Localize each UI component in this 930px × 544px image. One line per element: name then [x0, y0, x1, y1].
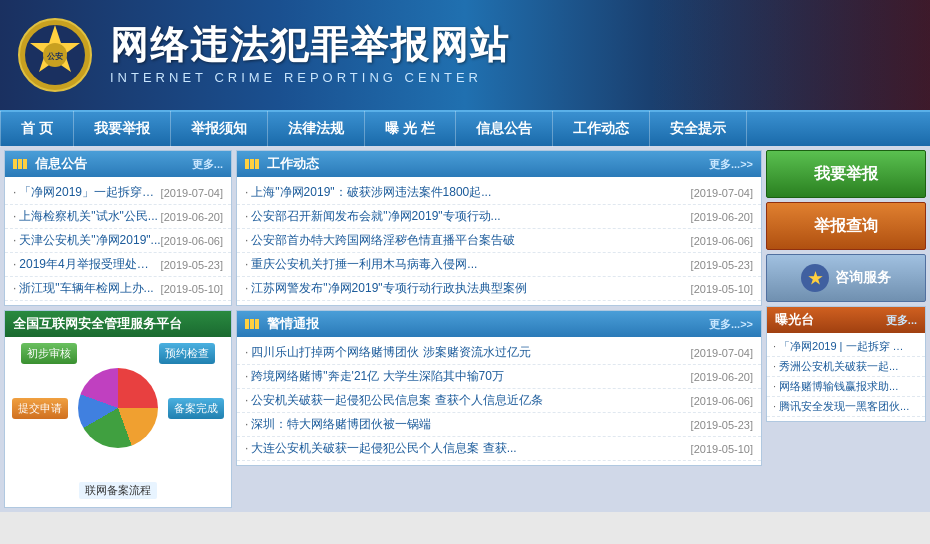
- news-title: 公安部首办特大跨国网络淫秽色情直播平台案告破: [245, 232, 515, 249]
- nav-expose[interactable]: 曝 光 栏: [365, 111, 456, 147]
- news-date: [2019-06-20]: [161, 211, 223, 223]
- news-date: [2019-07-04]: [691, 347, 753, 359]
- news-title: 上海检察机关"试水"公民...: [13, 208, 158, 225]
- news-date: [2019-06-06]: [691, 395, 753, 407]
- list-item[interactable]: 秀洲公安机关破获一起...: [767, 357, 925, 377]
- header: 公安 网络违法犯罪举报网站 INTERNET CRIME REPORTING C…: [0, 0, 930, 110]
- list-item[interactable]: 天津公安机关"净网2019"... [2019-06-06]: [5, 229, 231, 253]
- guangtai-panel: 曝光台 更多... 「净网2019 | 一起拆穿 网 ... 秀洲公安机关破获一…: [766, 306, 926, 422]
- list-item[interactable]: 「净网2019」一起拆穿网络... [2019-07-04]: [5, 181, 231, 205]
- news-title: 江苏网警发布"净网2019"专项行动行政执法典型案例: [245, 280, 527, 297]
- police-panel-body: 四川乐山打掉两个网络赌博团伙 涉案赌资流水过亿元 [2019-07-04] 跨境…: [237, 337, 761, 465]
- list-item[interactable]: 公安部首办特大跨国网络淫秽色情直播平台案告破 [2019-06-06]: [237, 229, 761, 253]
- work-panel-more[interactable]: 更多...>>: [709, 157, 753, 172]
- work-panel-header: 工作动态 更多...>>: [237, 151, 761, 177]
- svg-text:公安: 公安: [46, 51, 63, 61]
- work-panel: 工作动态 更多...>> 上海"净网2019"：破获涉网违法案件1800起...…: [236, 150, 762, 306]
- middle-column: 工作动态 更多...>> 上海"净网2019"：破获涉网违法案件1800起...…: [236, 150, 762, 508]
- work-panel-body: 上海"净网2019"：破获涉网违法案件1800起... [2019-07-04]…: [237, 177, 761, 305]
- news-date: [2019-06-20]: [691, 211, 753, 223]
- nav-guide[interactable]: 举报须知: [171, 111, 268, 147]
- police-panel-more[interactable]: 更多...>>: [709, 317, 753, 332]
- nav-report[interactable]: 我要举报: [74, 111, 171, 147]
- guangtai-more[interactable]: 更多...: [886, 313, 917, 328]
- news-title: 秀洲公安机关破获一起...: [773, 359, 898, 374]
- police-badge-icon: 公安: [15, 15, 95, 95]
- submit-btn[interactable]: 提交申请: [12, 398, 68, 419]
- nav-law[interactable]: 法律法规: [268, 111, 365, 147]
- news-title: 大连公安机关破获一起侵犯公民个人信息案 查获...: [245, 440, 517, 457]
- guangtai-body: 「净网2019 | 一起拆穿 网 ... 秀洲公安机关破获一起... 网络赌博输…: [767, 333, 925, 421]
- flow-chart-container: 提交申请 备案完成: [11, 368, 225, 448]
- nav-home[interactable]: 首 页: [0, 111, 74, 147]
- initial-review-btn[interactable]: 初步审核: [21, 343, 77, 364]
- news-date: [2019-05-10]: [691, 283, 753, 295]
- list-item[interactable]: 四川乐山打掉两个网络赌博团伙 涉案赌资流水过亿元 [2019-07-04]: [237, 341, 761, 365]
- consult-button-inner: ★ 咨询服务: [801, 264, 891, 292]
- list-item[interactable]: 网络赌博输钱赢报求助...: [767, 377, 925, 397]
- news-date: [2019-05-23]: [691, 259, 753, 271]
- police-panel-header: 警情通报 更多...>>: [237, 311, 761, 337]
- info-panel-more[interactable]: 更多...: [192, 157, 223, 172]
- list-item[interactable]: 「净网2019 | 一起拆穿 网 ...: [767, 337, 925, 357]
- police-panel-title: 警情通报: [267, 315, 319, 333]
- nav-safety[interactable]: 安全提示: [650, 111, 747, 147]
- news-title: 天津公安机关"净网2019"...: [13, 232, 161, 249]
- right-column: 我要举报 举报查询 ★ 咨询服务 曝光台 更多... 「净网2019 | 一起拆…: [766, 150, 926, 508]
- nav-work[interactable]: 工作动态: [553, 111, 650, 147]
- flowchart-top: 初步审核 预约检查: [11, 343, 225, 364]
- news-date: [2019-05-10]: [161, 283, 223, 295]
- news-title: 公安机关破获一起侵犯公民信息案 查获个人信息近亿条: [245, 392, 543, 409]
- news-title: 网络赌博输钱赢报求助...: [773, 379, 898, 394]
- list-item[interactable]: 大连公安机关破获一起侵犯公民个人信息案 查获... [2019-05-10]: [237, 437, 761, 461]
- info-panel: 信息公告 更多... 「净网2019」一起拆穿网络... [2019-07-04…: [4, 150, 232, 306]
- appointment-btn[interactable]: 预约检查: [159, 343, 215, 364]
- list-item[interactable]: 重庆公安机关打捶一利用木马病毒入侵网... [2019-05-23]: [237, 253, 761, 277]
- flow-right-btns: 备案完成: [168, 398, 224, 419]
- list-item[interactable]: 浙江现"车辆年检网上办... [2019-05-10]: [5, 277, 231, 301]
- panel-dots-icon: [13, 159, 27, 169]
- list-item[interactable]: 上海"净网2019"：破获涉网违法案件1800起... [2019-07-04]: [237, 181, 761, 205]
- list-item[interactable]: 上海检察机关"试水"公民... [2019-06-20]: [5, 205, 231, 229]
- internet-panel-header: 全国互联网安全管理服务平台: [5, 311, 231, 337]
- news-date: [2019-07-04]: [691, 187, 753, 199]
- complete-btn[interactable]: 备案完成: [168, 398, 224, 419]
- nav-info[interactable]: 信息公告: [456, 111, 553, 147]
- report-button-label: 我要举报: [814, 164, 878, 185]
- panel-dots-icon: [245, 319, 259, 329]
- site-title-cn: 网络违法犯罪举报网站: [110, 25, 510, 67]
- news-title: 跨境网络赌博"奔走'21亿 大学生深陷其中输70万: [245, 368, 504, 385]
- list-item[interactable]: 腾讯安全发现一黑客团伙...: [767, 397, 925, 417]
- site-title-en: INTERNET CRIME REPORTING CENTER: [110, 70, 510, 85]
- header-logo: 公安: [10, 10, 100, 100]
- news-title: 2019年4月举报受理处置情况: [13, 256, 161, 273]
- news-date: [2019-05-23]: [161, 259, 223, 271]
- list-item[interactable]: 公安机关破获一起侵犯公民信息案 查获个人信息近亿条 [2019-06-06]: [237, 389, 761, 413]
- news-date: [2019-06-06]: [161, 235, 223, 247]
- news-title: 「净网2019 | 一起拆穿 网 ...: [773, 339, 913, 354]
- list-item[interactable]: 跨境网络赌博"奔走'21亿 大学生深陷其中输70万 [2019-06-20]: [237, 365, 761, 389]
- list-item[interactable]: 江苏网警发布"净网2019"专项行动行政执法典型案例 [2019-05-10]: [237, 277, 761, 301]
- flow-center-label: 联网备案流程: [79, 482, 157, 499]
- info-panel-header: 信息公告 更多...: [5, 151, 231, 177]
- internet-panel-title: 全国互联网安全管理服务平台: [13, 316, 182, 331]
- police-panel: 警情通报 更多...>> 四川乐山打掉两个网络赌博团伙 涉案赌资流水过亿元 [2…: [236, 310, 762, 466]
- guangtai-title: 曝光台: [775, 311, 814, 329]
- report-button[interactable]: 我要举报: [766, 150, 926, 198]
- news-date: [2019-05-10]: [691, 443, 753, 455]
- info-panel-title: 信息公告: [35, 155, 87, 173]
- news-title: 四川乐山打掉两个网络赌博团伙 涉案赌资流水过亿元: [245, 344, 531, 361]
- query-button[interactable]: 举报查询: [766, 202, 926, 250]
- list-item[interactable]: 2019年4月举报受理处置情况 [2019-05-23]: [5, 253, 231, 277]
- list-item[interactable]: 深圳：特大网络赌博团伙被一锅端 [2019-05-23]: [237, 413, 761, 437]
- news-title: 「净网2019」一起拆穿网络...: [13, 184, 161, 201]
- header-title: 网络违法犯罪举报网站 INTERNET CRIME REPORTING CENT…: [110, 25, 510, 86]
- news-date: [2019-06-06]: [691, 235, 753, 247]
- list-item[interactable]: 公安部召开新闻发布会就"净网2019"专项行动... [2019-06-20]: [237, 205, 761, 229]
- query-button-label: 举报查询: [814, 216, 878, 237]
- flowchart-area: 初步审核 预约检查 提交申请 备案完成 联网备案流程: [5, 337, 231, 507]
- left-column: 信息公告 更多... 「净网2019」一起拆穿网络... [2019-07-04…: [4, 150, 232, 508]
- panel-dots-icon: [245, 159, 259, 169]
- consult-button[interactable]: ★ 咨询服务: [766, 254, 926, 302]
- flow-left-btns: 提交申请: [12, 398, 68, 419]
